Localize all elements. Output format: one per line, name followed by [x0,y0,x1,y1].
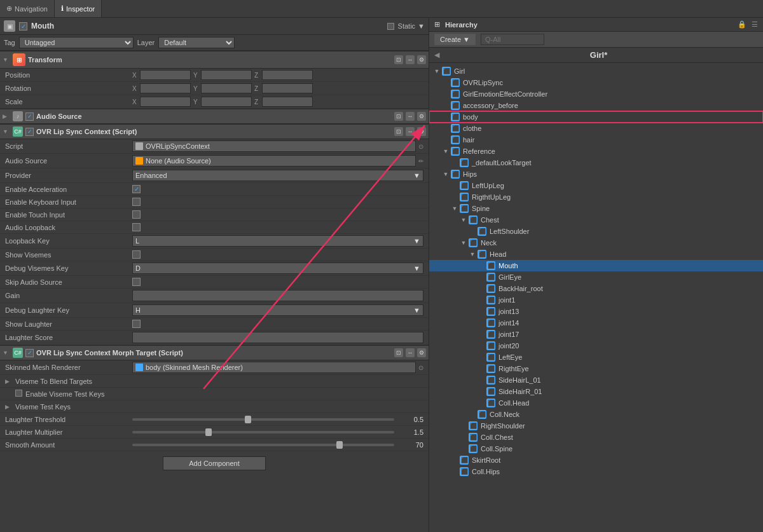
layer-dropdown[interactable]: Default [158,37,235,48]
skinned-mesh-link-icon[interactable]: ⊙ [418,364,423,371]
hierarchy-item-collspine[interactable]: ⬛Coll.Spine [429,443,763,454]
arrow-chest[interactable]: ▼ [460,216,467,224]
component-ovr-header[interactable]: ▼ C# OVR Lip Sync Context (Script) ⊡ ↔ ⚙ [0,124,429,139]
hierarchy-item-spine[interactable]: ▼⬛Spine [429,203,763,214]
enable-keyboard-checkbox[interactable] [132,198,141,206]
scale-y-input[interactable]: 1 [201,97,252,107]
static-dropdown-arrow[interactable]: ▼ [418,22,425,30]
morph-icon-btn-2[interactable]: ↔ [406,348,415,357]
position-x-input[interactable]: 0 [140,70,191,80]
arrow-head[interactable]: ▼ [469,250,476,258]
loopback-key-dropdown[interactable]: L ▼ [132,235,423,247]
tab-navigation[interactable]: ⊕ Navigation [0,0,55,17]
audio-icon-btn-1[interactable]: ⊡ [394,112,403,121]
morph-enabled-checkbox[interactable] [25,349,34,357]
show-visemes-checkbox[interactable] [132,250,141,259]
hierarchy-item-leftupleg[interactable]: ⬛LeftUpLeg [429,180,763,191]
enable-viseme-checkbox[interactable] [15,390,22,397]
laughter-multiplier-slider[interactable] [132,431,394,433]
morph-icon-btn-3[interactable]: ⚙ [417,348,426,357]
position-y-input[interactable]: -0.017 [201,70,252,80]
ovr-icon-btn-1[interactable]: ⊡ [394,127,403,136]
object-enabled-checkbox[interactable] [19,22,27,31]
laughter-score-input[interactable]: 0 [132,332,423,343]
hierarchy-item-leftshoulder[interactable]: ⬛LeftShoulder [429,226,763,237]
hierarchy-item-sidehairtright[interactable]: ⬛SideHairR_01 [429,386,763,397]
smooth-amount-thumb[interactable] [336,441,343,449]
hierarchy-item-clothe[interactable]: ⬛clothe [429,123,763,134]
arrow-neck[interactable]: ▼ [460,239,467,247]
hierarchy-item-collchest[interactable]: ⬛Coll.Chest [429,432,763,443]
audio-enabled-checkbox[interactable] [25,113,34,121]
add-component-button[interactable]: Add Component [163,456,266,470]
hierarchy-item-rightshoulder[interactable]: ⬛RightShoulder [429,420,763,432]
hierarchy-item-body[interactable]: ⬛body [429,111,763,123]
audiosource-field[interactable]: None (Audio Source) [132,155,416,167]
laughter-threshold-slider[interactable] [132,418,394,421]
hierarchy-item-joint14[interactable]: ⬛joint14 [429,317,763,329]
skinned-mesh-field[interactable]: body (Skinned Mesh Renderer) [132,362,416,373]
hierarchy-item-lefteye[interactable]: ⬛LeftEye [429,351,763,363]
show-laughter-checkbox[interactable] [132,320,141,328]
tab-inspector[interactable]: ℹ Inspector [55,0,102,17]
hierarchy-item-girleye[interactable]: ⬛GirlEye [429,271,763,283]
rotation-y-input[interactable]: 0 [201,83,252,93]
hierarchy-back-icon[interactable]: ◀ [434,51,439,59]
hierarchy-item-chest[interactable]: ▼⬛Chest [429,214,763,226]
transform-icon-btn-2[interactable]: ↔ [406,55,415,64]
hierarchy-item-ovrlipsync[interactable]: ⬛OVRLipSync [429,77,763,88]
hierarchy-item-rightupleg[interactable]: ⬛RigthtUpLeg [429,191,763,203]
rotation-x-input[interactable]: 0 [140,83,191,93]
audio-icon-btn-3[interactable]: ⚙ [417,112,426,121]
hierarchy-scroll[interactable]: ▼⬛Girl⬛OVRLipSync⬛GirlEmotionEffectContr… [429,63,763,532]
hierarchy-item-backhair[interactable]: ⬛BackHair_root [429,283,763,294]
script-link-icon[interactable]: ⊙ [418,143,423,150]
arrow-hips[interactable]: ▼ [442,170,450,178]
enable-acceleration-checkbox[interactable] [132,185,141,193]
audio-icon-btn-2[interactable]: ↔ [406,112,415,121]
hierarchy-item-sidehairleft[interactable]: ⬛SideHairL_01 [429,374,763,386]
hierarchy-item-neck[interactable]: ▼⬛Neck [429,237,763,249]
hierarchy-item-mouth[interactable]: ⬛Mouth [429,260,763,271]
laughter-multiplier-thumb[interactable] [205,428,212,436]
hierarchy-item-head[interactable]: ▼⬛Head [429,249,763,260]
hierarchy-item-skirtroot[interactable]: ⬛SkirtRoot [429,454,763,466]
hierarchy-item-reference[interactable]: ▼⬛Reference [429,146,763,157]
arrow-girl[interactable]: ▼ [433,67,441,75]
smooth-amount-slider[interactable] [132,444,394,446]
laughter-threshold-thumb[interactable] [245,416,251,423]
hierarchy-item-girl[interactable]: ▼⬛Girl [429,65,763,77]
audio-loopback-checkbox[interactable] [132,223,141,231]
script-field[interactable]: OVRLipSyncContext [132,140,416,152]
hierarchy-lock-icon[interactable]: 🔒 [738,20,746,29]
hierarchy-item-joint20[interactable]: ⬛joint20 [429,340,763,351]
create-button[interactable]: Create ▼ [434,34,476,45]
ovr-icon-btn-3[interactable]: ⚙ [417,127,426,136]
provider-dropdown[interactable]: Enhanced ▼ [132,170,423,181]
hierarchy-item-joint17[interactable]: ⬛joint17 [429,329,763,340]
scale-x-input[interactable]: 1 [140,97,191,107]
static-checkbox[interactable] [387,23,394,30]
arrow-reference[interactable]: ▼ [442,147,450,155]
ovr-icon-btn-2[interactable]: ↔ [406,127,415,136]
gain-input[interactable]: 1 [132,290,423,301]
audiosource-edit-icon[interactable]: ✏ [418,158,423,165]
debug-laughter-dropdown[interactable]: H ▼ [132,304,423,316]
hierarchy-item-collneck[interactable]: ⬛Coll.Neck [429,409,763,420]
hierarchy-item-girlemotion[interactable]: ⬛GirlEmotionEffectController [429,88,763,100]
enable-touch-checkbox[interactable] [132,210,141,219]
hierarchy-item-accessory_before[interactable]: ⬛accessory_before [429,100,763,111]
component-audio-header[interactable]: ▶ ♪ Audio Source ⊡ ↔ ⚙ [0,109,429,124]
skip-audio-checkbox[interactable] [132,278,141,286]
debug-visemes-dropdown[interactable]: D ▼ [132,263,423,274]
tag-dropdown[interactable]: Untagged [19,37,134,48]
hierarchy-item-defaultlook[interactable]: ⬛_defaultLookTarget [429,157,763,168]
hierarchy-item-righteye[interactable]: ⬛RigthtEye [429,363,763,374]
hierarchy-menu-icon[interactable]: ☰ [752,20,758,29]
arrow-spine[interactable]: ▼ [451,205,458,212]
scale-z-input[interactable]: 1 [262,97,313,107]
component-morph-header[interactable]: ▼ C# OVR Lip Sync Context Morph Target (… [0,345,429,360]
hierarchy-item-collhead[interactable]: ⬛Coll.Head [429,397,763,409]
component-transform-header[interactable]: ▼ ⊞ Transform ⊡ ↔ ⚙ [0,51,429,69]
ovr-enabled-checkbox[interactable] [25,128,34,136]
